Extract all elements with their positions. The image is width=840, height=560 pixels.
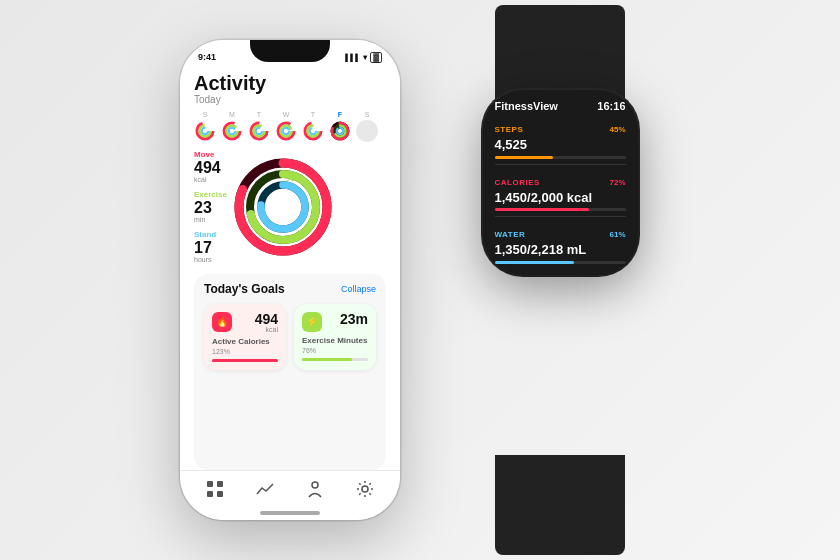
- exercise-stat: Exercise 23 min: [194, 190, 227, 224]
- activity-rings: → >>: [233, 157, 333, 257]
- day-ring-sat: [356, 120, 378, 142]
- calories-unit: kcal: [255, 326, 278, 333]
- day-ring-thu: [302, 120, 324, 142]
- svg-text:→: →: [295, 165, 303, 174]
- nav-trends[interactable]: [255, 479, 275, 499]
- day-item-sun: S: [194, 111, 216, 142]
- svg-point-14: [310, 128, 316, 134]
- exercise-bar-fill: [302, 358, 352, 361]
- watch-screen: FitnessView 16:16 STEPS 45% 4,525: [483, 90, 638, 275]
- status-icons: ▌▌▌ ▾ ▓: [345, 52, 382, 63]
- svg-point-5: [229, 128, 235, 134]
- move-stat: Move 494 kcal: [194, 150, 227, 184]
- calories-icon: 🔥: [212, 312, 232, 332]
- goals-cards: 🔥 494 kcal Active Calories 123%: [204, 304, 376, 370]
- day-ring-wed: [275, 120, 297, 142]
- svg-text:>>: >>: [286, 174, 297, 184]
- day-ring-tue: [248, 120, 270, 142]
- scene: 9:41 ▌▌▌ ▾ ▓ Activity Today S: [0, 0, 840, 560]
- app-header: Activity Today: [194, 72, 386, 105]
- svg-point-8: [256, 128, 262, 134]
- move-unit: kcal: [194, 176, 227, 184]
- app-title: Activity: [194, 72, 386, 94]
- svg-rect-31: [207, 491, 213, 497]
- day-item-tue: T: [248, 111, 270, 142]
- bottom-nav: [180, 470, 400, 506]
- app-subtitle: Today: [194, 94, 386, 105]
- svg-rect-30: [217, 481, 223, 487]
- day-ring-sun: [194, 120, 216, 142]
- calories-bar-fill: [212, 359, 278, 362]
- signal-icon: ▌▌▌: [345, 54, 360, 61]
- calories-watch-label: CALORIES: [495, 178, 540, 187]
- day-item-wed: W: [275, 111, 297, 142]
- steps-percent: 45%: [609, 125, 625, 134]
- home-bar: [260, 511, 320, 515]
- exercise-icon: ⚡: [302, 312, 322, 332]
- calories-name: Active Calories: [212, 337, 278, 346]
- day-item-fri-active: F: [329, 111, 351, 142]
- day-item-sat-future: S: [356, 111, 378, 142]
- exercise-value: 23: [194, 200, 227, 216]
- home-indicator: [180, 506, 400, 520]
- wifi-icon: ▾: [363, 53, 367, 62]
- svg-point-11: [283, 128, 289, 134]
- steps-value: 4,525: [495, 137, 626, 153]
- day-ring-mon: [221, 120, 243, 142]
- iphone-screen: 9:41 ▌▌▌ ▾ ▓ Activity Today S: [180, 40, 400, 520]
- status-time: 9:41: [198, 52, 216, 62]
- exercise-minutes-card: ⚡ 23m Exercise Minutes 76%: [294, 304, 376, 370]
- steps-label: STEPS: [495, 125, 524, 134]
- water-label: WATER: [495, 230, 526, 239]
- active-calories-card: 🔥 494 kcal Active Calories 123%: [204, 304, 286, 370]
- steps-metric: STEPS 45% 4,525: [495, 120, 626, 165]
- activity-section: Move 494 kcal Exercise 23 min Stand 17: [194, 150, 386, 264]
- watch-header: FitnessView 16:16: [495, 100, 626, 112]
- water-bar: [495, 261, 575, 264]
- day-ring-fri: [329, 120, 351, 142]
- calories-metric: CALORIES 72% 1,450/2,000 kcal: [495, 173, 626, 218]
- watch-device: FitnessView 16:16 STEPS 45% 4,525: [460, 90, 660, 470]
- exercise-percent: 76%: [302, 347, 368, 354]
- iphone-device: 9:41 ▌▌▌ ▾ ▓ Activity Today S: [180, 40, 400, 520]
- calories-watch-percent: 72%: [609, 178, 625, 187]
- nav-settings[interactable]: [355, 479, 375, 499]
- watch-time: 16:16: [597, 100, 625, 112]
- calories-bar: [495, 208, 589, 211]
- goals-title: Today's Goals: [204, 282, 285, 296]
- svg-point-20: [337, 128, 343, 134]
- day-item-mon: M: [221, 111, 243, 142]
- svg-point-2: [202, 128, 208, 134]
- nav-activity[interactable]: [305, 479, 325, 499]
- day-item-thu: T: [302, 111, 324, 142]
- stand-value: 17: [194, 240, 227, 256]
- iphone-content: Activity Today S: [180, 68, 400, 470]
- calories-percent: 123%: [212, 348, 278, 355]
- svg-rect-32: [217, 491, 223, 497]
- watch-band-bottom: [495, 455, 625, 555]
- calories-watch-value: 1,450/2,000 kcal: [495, 190, 626, 206]
- goals-section: Today's Goals Collapse 🔥 494: [194, 274, 386, 470]
- iphone-notch: [250, 40, 330, 62]
- day-rings-row: S M: [194, 111, 386, 142]
- stand-stat: Stand 17 hours: [194, 230, 227, 264]
- stand-unit: hours: [194, 256, 227, 264]
- collapse-button[interactable]: Collapse: [341, 284, 376, 294]
- exercise-value: 23m: [340, 312, 368, 326]
- watch-body: FitnessView 16:16 STEPS 45% 4,525: [483, 90, 638, 275]
- exercise-unit: min: [194, 216, 227, 224]
- move-value: 494: [194, 160, 227, 176]
- calories-value: 494: [255, 312, 278, 326]
- water-metric: WATER 61% 1,350/2,218 mL: [495, 225, 626, 269]
- nav-summary[interactable]: [205, 479, 225, 499]
- svg-point-34: [362, 486, 368, 492]
- steps-bar: [495, 156, 554, 159]
- exercise-name: Exercise Minutes: [302, 336, 368, 345]
- calories-bar-bg: [212, 359, 278, 362]
- water-value: 1,350/2,218 mL: [495, 242, 626, 258]
- battery-icon: ▓: [370, 52, 382, 63]
- exercise-bar-bg: [302, 358, 368, 361]
- activity-stats: Move 494 kcal Exercise 23 min Stand 17: [194, 150, 227, 264]
- svg-rect-29: [207, 481, 213, 487]
- water-percent: 61%: [609, 230, 625, 239]
